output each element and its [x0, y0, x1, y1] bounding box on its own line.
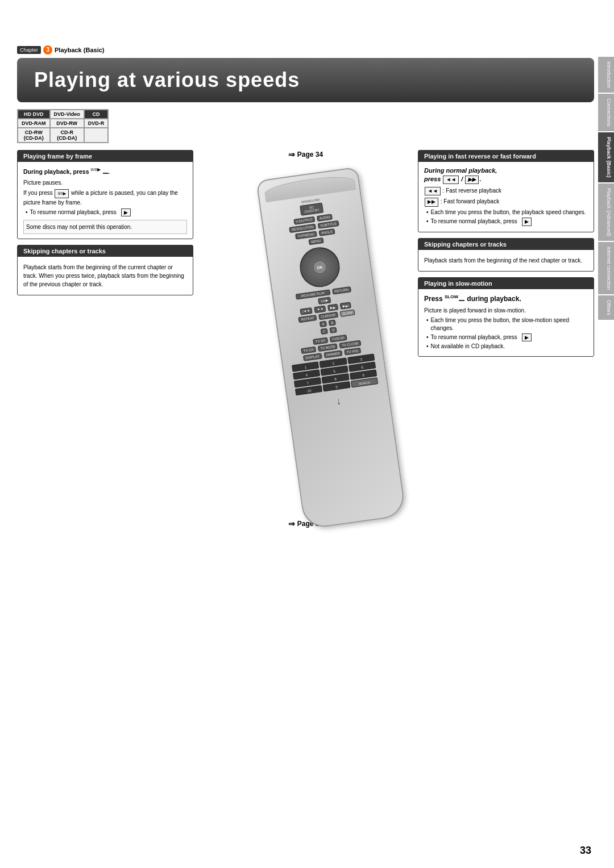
sidebar: Introduction Connections Playback (Basic… [598, 57, 614, 320]
page-title: Playing at various speeds [34, 68, 577, 92]
slow-motion-header: Playing in slow-motion [418, 278, 594, 289]
fast-ff-desc: ▶▶ : Fast forward playback [424, 197, 588, 207]
fast-rew-desc: ◄◄ : Fast reverse playback [424, 186, 588, 196]
page-ref-top: ⇒ Page 34 [288, 150, 323, 159]
frame-button [103, 173, 109, 174]
if-you-press: If you press II/II▶ while a picture is p… [23, 189, 187, 207]
resume-normal: To resume normal playback, press ▶ [26, 208, 187, 217]
btn-menu[interactable]: MENU [308, 237, 323, 245]
format-dvd-video: DVD-Video [50, 110, 84, 119]
btn-display[interactable]: DISPLAY [302, 353, 322, 361]
btn-return[interactable]: RETURN [331, 286, 351, 294]
skipping-left-text: Playback starts from the beginning of th… [23, 263, 187, 289]
sidebar-tab-introduction[interactable]: Introduction [598, 57, 614, 93]
main-content: Chapter 3 Playback (Basic) Playing at va… [17, 45, 594, 851]
sidebar-tab-others[interactable]: Others [598, 295, 614, 320]
btn-tv-ch[interactable]: TV CH [301, 347, 316, 354]
btn-a[interactable]: A [319, 321, 326, 328]
btn-tv-io[interactable]: TV I/O [313, 337, 327, 345]
btn-c[interactable]: C [320, 328, 328, 335]
left-column: Playing frame by frame During playback, … [17, 150, 193, 533]
remote-body: OPEN/CLOSE I/OON/STBY V.OUTPUT AUDIO [256, 166, 406, 529]
btn-tv-dvd[interactable]: TV/DVD [329, 335, 347, 343]
btn-b[interactable]: B [328, 319, 335, 326]
chapter-title: Playback (Basic) [55, 47, 104, 53]
breadcrumb: Chapter 3 Playback (Basic) [17, 45, 594, 55]
slow-motion-body: Press SLOW during playback. Picture is p… [418, 289, 594, 357]
not-cd: Not available in CD playback. [426, 343, 588, 350]
sidebar-tab-internet[interactable]: Internet connection [598, 242, 614, 295]
btn-angle[interactable]: ANGLE [318, 228, 335, 236]
sidebar-tab-playback-basic[interactable]: Playback (Basic) [598, 132, 614, 182]
format-dvd-ram: DVD-RAM [18, 119, 50, 128]
format-dvd-r: DVD-R [84, 119, 109, 128]
remote-section: ⇒ Page 34 OPEN/CLOSE I/OON/STBY [255, 150, 357, 533]
btn-ff-ref: ▶▶ [465, 176, 479, 184]
btn-repeat[interactable]: REPEAT [298, 315, 317, 323]
button-icon-label: II/II▶ [90, 167, 100, 172]
btn-dimmer[interactable]: DIMMER [323, 350, 342, 358]
chapter-number: 3 [43, 45, 52, 55]
format-dvd-rw: DVD-RW [50, 119, 84, 128]
skipping-left-box: Skipping chapters or tracks Playback sta… [17, 245, 193, 295]
btn-rew-ref: ◄◄ [443, 176, 459, 184]
btn-rew[interactable]: ◄◄ [314, 306, 326, 314]
btn-tv-vol[interactable]: TV VOL [344, 348, 361, 356]
disc-note: Some discs may not permit this operation… [23, 220, 187, 234]
btn-slow[interactable]: SLOW [339, 310, 355, 317]
btn-cursor[interactable]: CURSOR [318, 312, 338, 320]
btn-ok[interactable]: OK [312, 260, 327, 275]
btn-tv-mute[interactable]: TV MUTE [317, 343, 337, 352]
btn-d[interactable]: D [329, 327, 337, 333]
frame-by-frame-box: Playing frame by frame During playback, … [17, 150, 193, 239]
disc-formats: HD DVD DVD-Video CD DVD-RAM DVD-RW DVD-R… [17, 109, 109, 143]
resume-normal-slow: To resume normal playback, press ▶ [426, 333, 588, 342]
skipping-left-header: Skipping chapters or tracks [18, 245, 193, 257]
btn-pause[interactable]: II/II▶ [318, 297, 331, 304]
content-layout: Playing frame by frame During playback, … [17, 150, 594, 533]
fast-reverse-forward-box: Playing in fast reverse or fast forward … [418, 150, 594, 232]
slow-instruction: Press SLOW during playback. [424, 294, 588, 304]
sidebar-tab-connections[interactable]: Connections [598, 94, 614, 131]
skipping-left-body: Playback starts from the beginning of th… [18, 257, 193, 295]
format-cd-r: CD-R(CD-DA) [50, 128, 84, 143]
right-column: Playing in fast reverse or fast forward … [418, 150, 594, 533]
each-time-speed: Each time you press the button, the play… [426, 208, 588, 216]
btn-audio[interactable]: AUDIO [317, 214, 333, 222]
frame-by-frame-body: During playback, press II/II▶ . Picture … [18, 162, 193, 239]
picture-pauses: Picture pauses. [23, 178, 187, 187]
btn-next[interactable]: ▶▶| [339, 302, 351, 310]
remote-control: OPEN/CLOSE I/OON/STBY V.OUTPUT AUDIO [256, 166, 406, 529]
format-cd: CD [84, 110, 109, 119]
format-empty [84, 128, 109, 143]
btn-ff[interactable]: ▶▶ [327, 304, 338, 311]
slow-motion-box: Playing in slow-motion Press SLOW during… [418, 277, 594, 357]
btn-io[interactable]: I/OON/STBY [299, 203, 323, 216]
slow-pic-desc: Picture is played forward in slow-motion… [424, 306, 588, 315]
sidebar-tab-playback-advanced[interactable]: Playback (Advanced) [598, 183, 614, 241]
frame-by-frame-header: Playing frame by frame [18, 151, 193, 162]
title-banner: Playing at various speeds [17, 58, 594, 102]
remote-nav-circle[interactable]: OK [297, 245, 342, 290]
skipping-right-header: Skipping chapters or tracks [418, 239, 594, 250]
skipping-right-text: Playback starts from the beginning of th… [424, 256, 588, 265]
fast-reverse-forward-header: Playing in fast reverse or fast forward [418, 151, 594, 162]
fast-reverse-forward-body: During normal playback,press ◄◄ / ▶▶. ◄◄… [418, 162, 594, 232]
each-time-slow: Each time you press the button, the slow… [426, 316, 588, 332]
frame-instruction: During playback, press II/II▶ . [23, 166, 187, 176]
during-normal-playback: During normal playback,press ◄◄ / ▶▶. [424, 166, 588, 184]
resume-normal-fast: To resume normal playback, press ▶ [426, 218, 588, 226]
page-number: 33 [580, 845, 591, 857]
format-cd-rw: CD-RW(CD-DA) [18, 128, 50, 143]
btn-prev[interactable]: |◄◄ [299, 307, 312, 315]
center-column: ⇒ Page 34 OPEN/CLOSE I/OON/STBY [199, 150, 412, 533]
skipping-right-body: Playback starts from the beginning of th… [418, 250, 594, 271]
skipping-right-box: Skipping chapters or tracks Playback sta… [418, 238, 594, 272]
format-hd-dvd: HD DVD [18, 110, 50, 119]
chapter-label: Chapter [17, 46, 41, 54]
